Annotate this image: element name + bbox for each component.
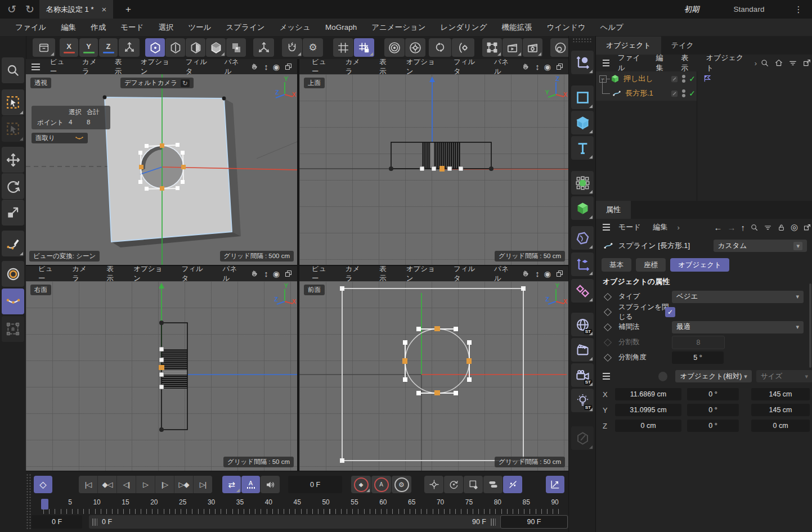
viewport-menu-item[interactable]: カメラ: [339, 59, 373, 76]
close-icon[interactable]: ×: [102, 4, 107, 14]
viewport-menu-item[interactable]: 表示: [373, 59, 400, 76]
material-edit-button-disabled[interactable]: [571, 426, 594, 450]
viewport-right-canvas[interactable]: 右面 グリッド間隔 : 50 cm Y Z X: [26, 281, 297, 471]
cube-primitive-button[interactable]: [571, 111, 594, 134]
dolly-icon[interactable]: ↕: [264, 62, 268, 71]
symmetry-icon[interactable]: [429, 38, 451, 57]
coord-mode-dropdown[interactable]: オブジェクト(相対)▾: [675, 370, 751, 382]
pan-hand-icon[interactable]: [521, 269, 531, 278]
menu-item[interactable]: 編集: [53, 22, 83, 33]
param-diamond-icon[interactable]: [604, 292, 612, 300]
hamburger-icon[interactable]: [603, 376, 610, 377]
target-icon[interactable]: ◎: [791, 222, 798, 232]
position-z-field[interactable]: 0 cm: [615, 420, 681, 432]
menu-item[interactable]: ツール: [181, 22, 218, 33]
deformer-button[interactable]: [571, 226, 594, 250]
modeling-gear-icon[interactable]: [405, 38, 425, 57]
modeling-cage-tool-disabled[interactable]: [2, 316, 24, 342]
pan-hand-icon[interactable]: [521, 62, 531, 71]
tab-objects[interactable]: オブジェクト: [596, 37, 661, 55]
playback-button[interactable]: ▷: [136, 476, 155, 493]
tree-row-rectangle[interactable]: 長方形.1 ✓: [596, 86, 812, 101]
model-mode-button[interactable]: [206, 38, 226, 57]
param-diamond-icon[interactable]: [604, 308, 612, 315]
hamburger-icon[interactable]: [32, 66, 40, 67]
playback-button[interactable]: ▷◆: [174, 476, 193, 493]
snap-settings-gear-icon[interactable]: ⚙: [303, 38, 323, 57]
tab-takes[interactable]: テイク: [661, 37, 704, 55]
viewport-menu-item[interactable]: ビュー: [43, 59, 75, 76]
record-keyframe-button[interactable]: ◆: [351, 476, 371, 493]
position-y-field[interactable]: 31.0995 cm: [615, 404, 681, 416]
position-x-field[interactable]: 11.6869 cm: [615, 388, 681, 400]
undo-icon[interactable]: ↺: [5, 2, 19, 16]
enable-axis-tool-icon[interactable]: [253, 38, 274, 57]
coord-size-dropdown[interactable]: サイズ▾: [756, 370, 812, 382]
mograph-cloner-button[interactable]: [571, 279, 594, 303]
viewport-menu-item[interactable]: ビュー: [305, 266, 339, 283]
object-manager-menu-item[interactable]: ファイル: [612, 53, 650, 73]
content-browser-icon[interactable]: [33, 38, 55, 57]
object-name[interactable]: 長方形.1: [625, 88, 653, 98]
lock-z-axis-button[interactable]: Z: [99, 38, 118, 57]
kebab-menu-icon[interactable]: ⋮: [792, 0, 805, 19]
checkbox-checked[interactable]: ✓: [665, 307, 675, 317]
type-dropdown[interactable]: ベジエ▾: [672, 291, 804, 303]
render-region-icon[interactable]: [482, 38, 502, 57]
tab-object[interactable]: オブジェクト: [670, 258, 729, 272]
search-icon[interactable]: [750, 223, 759, 232]
tree-row-extrude[interactable]: − 押し出し ✓: [596, 71, 812, 86]
render-view-icon[interactable]: [503, 38, 522, 57]
back-icon[interactable]: ←: [714, 223, 722, 232]
active-tool-hud[interactable]: 面取り: [32, 133, 88, 143]
detach-window-icon[interactable]: [802, 58, 811, 67]
menu-overflow-chevron[interactable]: ›: [674, 223, 683, 232]
viewport-menu-item[interactable]: フィルタ: [447, 266, 487, 283]
attribute-scrollbar[interactable]: [809, 283, 811, 368]
live-selection-tool[interactable]: [2, 89, 24, 115]
tab-basic[interactable]: 基本: [602, 258, 631, 272]
dolly-icon[interactable]: ↕: [535, 269, 540, 278]
search-icon[interactable]: [760, 58, 769, 67]
menu-item[interactable]: MoGraph: [318, 23, 364, 31]
viewport-menu-item[interactable]: ビュー: [32, 266, 65, 283]
playback-button[interactable]: ◁|: [117, 476, 136, 493]
sky-environment-button[interactable]: ST: [571, 313, 594, 336]
viewport-menu-item[interactable]: 表示: [108, 59, 134, 76]
rotate-tool[interactable]: [2, 173, 24, 199]
maximize-viewport-icon[interactable]: [284, 62, 293, 71]
null-axis-button[interactable]: [571, 253, 594, 276]
forward-icon[interactable]: →: [727, 223, 735, 232]
preview-range-bar[interactable]: 0 F 90 F 90 F: [89, 515, 568, 529]
menu-item[interactable]: 作成: [83, 22, 113, 33]
object-manager-menu-item[interactable]: 編集: [650, 53, 675, 73]
preset-dropdown[interactable]: カスタム ▾: [714, 240, 807, 252]
layout-tab-standard[interactable]: Standard: [730, 0, 768, 19]
scale-y-field[interactable]: 145 cm: [751, 404, 810, 416]
viewport-front-canvas[interactable]: 前面 グリッド間隔 : 50 cm Y Z X: [299, 281, 568, 471]
spline-smooth-tool-active[interactable]: [2, 288, 24, 314]
range-end-field[interactable]: 90 F: [500, 515, 568, 529]
orbit-icon[interactable]: ◉: [273, 269, 280, 278]
viewport-menu-item[interactable]: オプション: [400, 59, 447, 76]
maximize-viewport-icon[interactable]: [555, 269, 564, 278]
interpolation-dropdown[interactable]: 最適▾: [672, 321, 804, 333]
playback-button[interactable]: |▷: [155, 476, 174, 493]
playback-button[interactable]: |◁: [79, 476, 97, 493]
playback-button[interactable]: ◆◁: [98, 476, 116, 493]
edit-state-toggle-icon[interactable]: [670, 89, 679, 98]
menu-item[interactable]: ウインドウ: [540, 22, 593, 33]
orbit-icon[interactable]: ◉: [544, 62, 551, 71]
viewport-menu-item[interactable]: フィルタ: [447, 59, 487, 76]
loop-mode-button[interactable]: ⇄: [222, 476, 241, 493]
keyframe-button[interactable]: ◇: [34, 476, 52, 493]
viewport-top-canvas[interactable]: 上面 グリッド間隔 : 50 cm Z Y X: [299, 74, 568, 265]
viewport-menu-item[interactable]: フィルタ: [179, 59, 218, 76]
filter-icon[interactable]: [764, 223, 772, 232]
sound-button[interactable]: [261, 476, 280, 493]
rectangle-selection-tool[interactable]: [2, 116, 24, 142]
param-diamond-icon[interactable]: [604, 353, 612, 361]
angle-field[interactable]: 5 °: [672, 351, 724, 364]
viewport-menu-item[interactable]: ビュー: [305, 59, 339, 76]
menu-item[interactable]: ヘルプ: [593, 22, 631, 33]
